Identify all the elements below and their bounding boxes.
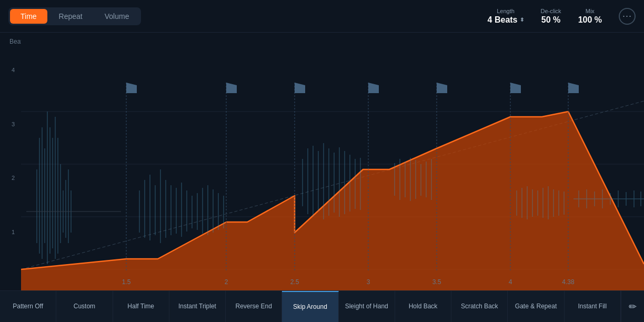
pattern-btn-instant-triplet[interactable]: Instant Triplet bbox=[169, 291, 226, 322]
declick-control: De-click 50 % bbox=[541, 8, 561, 25]
pencil-icon: ✏ bbox=[629, 301, 637, 313]
svg-text:2: 2 bbox=[225, 278, 228, 286]
pattern-btn-instant-fill[interactable]: Instant Fill bbox=[565, 291, 621, 322]
tab-time[interactable]: Time bbox=[10, 9, 47, 24]
svg-text:1.5: 1.5 bbox=[122, 278, 131, 286]
length-arrow-icon: ⬍ bbox=[520, 17, 524, 23]
pattern-btn-reverse-end[interactable]: Reverse End bbox=[226, 291, 282, 322]
pencil-button[interactable]: ✏ bbox=[621, 291, 644, 322]
visualization-area: Beat 1 2 3 4 bbox=[0, 33, 644, 290]
svg-text:3.5: 3.5 bbox=[432, 278, 441, 286]
pattern-btn-half-time[interactable]: Half Time bbox=[113, 291, 169, 322]
pattern-btn-custom[interactable]: Custom bbox=[56, 291, 113, 322]
viz-svg: 1.5 2 2.5 3 3.5 4 4.38 bbox=[21, 33, 644, 290]
pattern-btn-hold-back[interactable]: Hold Back bbox=[395, 291, 451, 322]
declick-label: De-click bbox=[541, 8, 561, 14]
svg-text:4: 4 bbox=[509, 278, 512, 286]
tab-repeat[interactable]: Repeat bbox=[48, 9, 93, 24]
y-axis: 1 2 3 4 bbox=[4, 33, 15, 269]
tab-volume[interactable]: Volume bbox=[94, 9, 140, 24]
svg-marker-12 bbox=[510, 112, 568, 290]
length-control: Length 4 Beats ⬍ bbox=[488, 8, 524, 25]
svg-text:3: 3 bbox=[367, 278, 370, 286]
pattern-btn-skip-around[interactable]: Skip Around bbox=[282, 291, 338, 322]
bottom-bar: Pattern Off Custom Half Time Instant Tri… bbox=[0, 290, 644, 322]
svg-text:4.38: 4.38 bbox=[562, 278, 575, 286]
pattern-btn-pattern-off[interactable]: Pattern Off bbox=[0, 291, 56, 322]
y-label-1: 1 bbox=[4, 229, 15, 235]
pattern-btn-gate-repeat[interactable]: Gate & Repeat bbox=[508, 291, 564, 322]
length-value-text: 4 Beats bbox=[488, 15, 518, 25]
y-label-4: 4 bbox=[4, 67, 15, 73]
mix-label: Mix bbox=[586, 8, 595, 14]
header: Time Repeat Volume Length 4 Beats ⬍ De-c… bbox=[0, 0, 644, 33]
declick-value[interactable]: 50 % bbox=[541, 15, 560, 25]
header-controls: Length 4 Beats ⬍ De-click 50 % Mix 100 %… bbox=[488, 8, 636, 25]
y-label-3: 3 bbox=[4, 121, 15, 127]
mix-value-text: 100 % bbox=[578, 15, 602, 25]
more-options-button[interactable]: ··· bbox=[619, 8, 636, 25]
mix-value[interactable]: 100 % bbox=[578, 15, 602, 25]
length-value[interactable]: 4 Beats ⬍ bbox=[488, 15, 524, 25]
pattern-btn-sleight-of-hand[interactable]: Sleight of Hand bbox=[339, 291, 395, 322]
pattern-btn-scratch-back[interactable]: Scratch Back bbox=[451, 291, 508, 322]
mix-control: Mix 100 % bbox=[578, 8, 602, 25]
y-label-2: 2 bbox=[4, 175, 15, 181]
svg-text:2.5: 2.5 bbox=[290, 278, 299, 286]
length-label: Length bbox=[497, 8, 515, 14]
declick-value-text: 50 % bbox=[541, 15, 560, 25]
tab-group: Time Repeat Volume bbox=[8, 7, 141, 25]
